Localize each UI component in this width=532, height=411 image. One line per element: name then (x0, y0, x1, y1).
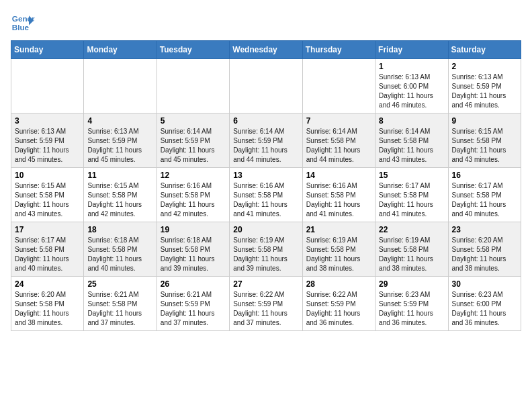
calendar-cell: 28Sunrise: 6:22 AMSunset: 5:59 PMDayligh… (302, 277, 375, 331)
day-info: Sunrise: 6:22 AMSunset: 5:59 PMDaylight:… (306, 290, 371, 328)
day-number: 26 (161, 279, 226, 289)
day-number: 14 (306, 171, 371, 180)
day-info: Sunrise: 6:13 AMSunset: 5:59 PMDaylight:… (15, 127, 80, 165)
calendar-cell (84, 59, 157, 113)
weekday-header-monday: Monday (84, 41, 157, 59)
day-info: Sunrise: 6:21 AMSunset: 5:58 PMDaylight:… (87, 290, 152, 328)
calendar-cell: 4Sunrise: 6:13 AMSunset: 5:59 PMDaylight… (84, 113, 157, 168)
day-number: 9 (452, 116, 517, 126)
day-number: 29 (379, 279, 444, 289)
calendar-cell: 29Sunrise: 6:23 AMSunset: 5:59 PMDayligh… (375, 277, 448, 331)
calendar-cell: 6Sunrise: 6:14 AMSunset: 5:59 PMDaylight… (230, 113, 302, 168)
day-number: 20 (233, 225, 298, 234)
day-number: 3 (15, 116, 80, 126)
day-info: Sunrise: 6:20 AMSunset: 5:58 PMDaylight:… (15, 290, 80, 328)
calendar-cell: 10Sunrise: 6:15 AMSunset: 5:58 PMDayligh… (11, 168, 84, 222)
week-row-4: 17Sunrise: 6:17 AMSunset: 5:58 PMDayligh… (11, 222, 521, 277)
weekday-header-saturday: Saturday (448, 41, 521, 59)
day-number: 8 (379, 116, 444, 126)
day-info: Sunrise: 6:15 AMSunset: 5:58 PMDaylight:… (452, 127, 517, 165)
day-number: 6 (233, 116, 298, 126)
week-row-1: 1Sunrise: 6:13 AMSunset: 6:00 PMDaylight… (11, 59, 521, 113)
day-number: 22 (379, 225, 444, 234)
calendar-cell: 21Sunrise: 6:19 AMSunset: 5:58 PMDayligh… (302, 222, 375, 277)
calendar-cell: 22Sunrise: 6:19 AMSunset: 5:58 PMDayligh… (375, 222, 448, 277)
calendar-cell (157, 59, 229, 113)
calendar-body: 1Sunrise: 6:13 AMSunset: 6:00 PMDaylight… (11, 59, 521, 331)
day-number: 18 (87, 225, 152, 234)
calendar-cell: 14Sunrise: 6:16 AMSunset: 5:58 PMDayligh… (302, 168, 375, 222)
weekday-header-row: SundayMondayTuesdayWednesdayThursdayFrid… (11, 41, 521, 59)
day-number: 1 (379, 62, 444, 71)
day-number: 10 (15, 171, 80, 180)
day-info: Sunrise: 6:13 AMSunset: 5:59 PMDaylight:… (87, 127, 152, 165)
calendar-cell: 16Sunrise: 6:17 AMSunset: 5:58 PMDayligh… (448, 168, 521, 222)
day-info: Sunrise: 6:15 AMSunset: 5:58 PMDaylight:… (15, 181, 80, 219)
day-info: Sunrise: 6:14 AMSunset: 5:58 PMDaylight:… (306, 127, 371, 165)
day-info: Sunrise: 6:20 AMSunset: 5:58 PMDaylight:… (452, 236, 517, 273)
logo: General Blue (11, 11, 35, 35)
day-info: Sunrise: 6:14 AMSunset: 5:59 PMDaylight:… (161, 127, 226, 165)
calendar-cell: 23Sunrise: 6:20 AMSunset: 5:58 PMDayligh… (448, 222, 521, 277)
day-number: 30 (452, 279, 517, 289)
calendar-cell: 30Sunrise: 6:23 AMSunset: 6:00 PMDayligh… (448, 277, 521, 331)
calendar-cell (302, 59, 375, 113)
day-info: Sunrise: 6:23 AMSunset: 5:59 PMDaylight:… (379, 290, 444, 328)
page-header: General Blue (11, 11, 521, 35)
calendar-table: SundayMondayTuesdayWednesdayThursdayFrid… (11, 40, 521, 331)
calendar-cell: 3Sunrise: 6:13 AMSunset: 5:59 PMDaylight… (11, 113, 84, 168)
day-number: 27 (233, 279, 298, 289)
day-info: Sunrise: 6:18 AMSunset: 5:58 PMDaylight:… (87, 236, 152, 273)
day-info: Sunrise: 6:23 AMSunset: 6:00 PMDaylight:… (452, 290, 517, 328)
day-number: 25 (87, 279, 152, 289)
calendar-cell: 24Sunrise: 6:20 AMSunset: 5:58 PMDayligh… (11, 277, 84, 331)
calendar-cell: 27Sunrise: 6:22 AMSunset: 5:59 PMDayligh… (230, 277, 302, 331)
day-number: 21 (306, 225, 371, 234)
weekday-header-wednesday: Wednesday (230, 41, 302, 59)
day-number: 7 (306, 116, 371, 126)
calendar-cell: 8Sunrise: 6:14 AMSunset: 5:58 PMDaylight… (375, 113, 448, 168)
logo-icon: General Blue (11, 11, 35, 35)
calendar-cell: 26Sunrise: 6:21 AMSunset: 5:59 PMDayligh… (157, 277, 229, 331)
weekday-header-tuesday: Tuesday (157, 41, 229, 59)
day-number: 11 (87, 171, 152, 180)
day-info: Sunrise: 6:18 AMSunset: 5:58 PMDaylight:… (161, 236, 226, 273)
day-info: Sunrise: 6:22 AMSunset: 5:59 PMDaylight:… (233, 290, 298, 328)
day-number: 16 (452, 171, 517, 180)
calendar-cell: 17Sunrise: 6:17 AMSunset: 5:58 PMDayligh… (11, 222, 84, 277)
calendar-cell: 15Sunrise: 6:17 AMSunset: 5:58 PMDayligh… (375, 168, 448, 222)
calendar-cell (11, 59, 84, 113)
day-number: 19 (161, 225, 226, 234)
day-info: Sunrise: 6:16 AMSunset: 5:58 PMDaylight:… (233, 181, 298, 219)
calendar-cell: 20Sunrise: 6:19 AMSunset: 5:58 PMDayligh… (230, 222, 302, 277)
weekday-header-friday: Friday (375, 41, 448, 59)
day-number: 17 (15, 225, 80, 234)
day-number: 28 (306, 279, 371, 289)
day-info: Sunrise: 6:16 AMSunset: 5:58 PMDaylight:… (161, 181, 226, 219)
day-info: Sunrise: 6:17 AMSunset: 5:58 PMDaylight:… (452, 181, 517, 219)
day-number: 15 (379, 171, 444, 180)
day-info: Sunrise: 6:13 AMSunset: 5:59 PMDaylight:… (452, 73, 517, 110)
day-info: Sunrise: 6:19 AMSunset: 5:58 PMDaylight:… (306, 236, 371, 273)
calendar-cell: 13Sunrise: 6:16 AMSunset: 5:58 PMDayligh… (230, 168, 302, 222)
weekday-header-sunday: Sunday (11, 41, 84, 59)
day-info: Sunrise: 6:19 AMSunset: 5:58 PMDaylight:… (233, 236, 298, 273)
day-info: Sunrise: 6:17 AMSunset: 5:58 PMDaylight:… (379, 181, 444, 219)
day-info: Sunrise: 6:19 AMSunset: 5:58 PMDaylight:… (379, 236, 444, 273)
calendar-cell: 1Sunrise: 6:13 AMSunset: 6:00 PMDaylight… (375, 59, 448, 113)
day-number: 23 (452, 225, 517, 234)
day-info: Sunrise: 6:13 AMSunset: 6:00 PMDaylight:… (379, 73, 444, 110)
week-row-5: 24Sunrise: 6:20 AMSunset: 5:58 PMDayligh… (11, 277, 521, 331)
day-info: Sunrise: 6:14 AMSunset: 5:58 PMDaylight:… (379, 127, 444, 165)
day-info: Sunrise: 6:15 AMSunset: 5:58 PMDaylight:… (87, 181, 152, 219)
day-info: Sunrise: 6:21 AMSunset: 5:59 PMDaylight:… (161, 290, 226, 328)
week-row-2: 3Sunrise: 6:13 AMSunset: 5:59 PMDaylight… (11, 113, 521, 168)
calendar-cell: 5Sunrise: 6:14 AMSunset: 5:59 PMDaylight… (157, 113, 229, 168)
calendar-cell: 11Sunrise: 6:15 AMSunset: 5:58 PMDayligh… (84, 168, 157, 222)
day-number: 4 (87, 116, 152, 126)
day-number: 13 (233, 171, 298, 180)
calendar-cell: 19Sunrise: 6:18 AMSunset: 5:58 PMDayligh… (157, 222, 229, 277)
calendar-cell: 25Sunrise: 6:21 AMSunset: 5:58 PMDayligh… (84, 277, 157, 331)
day-number: 5 (161, 116, 226, 126)
day-number: 2 (452, 62, 517, 71)
